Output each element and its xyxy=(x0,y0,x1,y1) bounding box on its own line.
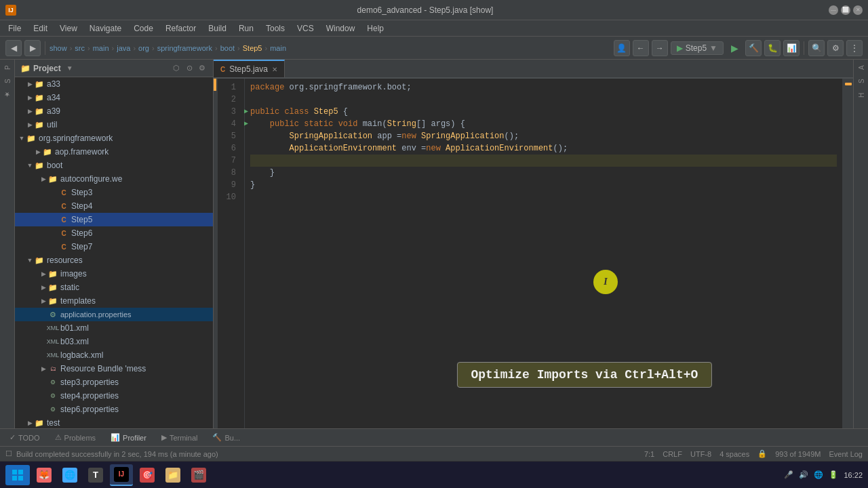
project-tool-icon[interactable]: P xyxy=(2,62,13,73)
tree-item-b03-xml[interactable]: ▶ XML b03.xml xyxy=(15,335,213,348)
minimize-button[interactable]: — xyxy=(829,5,838,15)
tab-step5-java[interactable]: C Step5.java ✕ xyxy=(214,60,285,77)
tree-item-step4-properties[interactable]: ▶ ⚙ step4.properties xyxy=(15,389,213,403)
close-button[interactable]: ✕ xyxy=(853,5,863,15)
tree-item-util[interactable]: ▶ 📁 util xyxy=(15,118,213,131)
tree-item-step4[interactable]: ▶ C Step4 xyxy=(15,199,213,213)
restore-button[interactable]: ⬜ xyxy=(841,5,850,15)
system-icon-mic[interactable]: 🎤 xyxy=(784,470,793,479)
breadcrumb-boot[interactable]: boot xyxy=(220,44,235,52)
build-button[interactable]: 🔨 xyxy=(745,40,762,56)
right-tool-3[interactable]: H xyxy=(856,89,867,100)
tree-item-static[interactable]: ▶ 📁 static xyxy=(15,281,213,294)
menu-file[interactable]: File xyxy=(3,22,26,35)
tree-item-aop-framework[interactable]: ▶ 📁 aop.framework xyxy=(15,145,213,159)
encoding[interactable]: UTF-8 xyxy=(690,450,711,458)
breadcrumb-java[interactable]: java xyxy=(117,44,130,52)
tab-profiler[interactable]: 📊 Profiler xyxy=(104,432,153,443)
run-arrow-3[interactable]: ▶ xyxy=(244,106,248,118)
gear-icon[interactable]: ⚙ xyxy=(197,63,208,74)
tree-item-autoconfigure[interactable]: ▶ 📁 autoconfigure.we xyxy=(15,172,213,186)
tree-item-a33[interactable]: ▶ 📁 a33 xyxy=(15,77,213,91)
tree-item-step7[interactable]: ▶ C Step7 xyxy=(15,240,213,253)
toolbar-right: 👤 ← → ▶ Step5 ▼ ▶ 🔨 🐛 📊 🔍 ⚙ ⋮ xyxy=(614,40,863,56)
scroll-from-source-button[interactable]: ⊙ xyxy=(184,63,195,74)
taskbar-intellij[interactable]: IJ xyxy=(110,464,133,486)
editor-scrollbar[interactable] xyxy=(842,79,853,428)
breadcrumb-main-method[interactable]: main xyxy=(270,44,286,52)
menu-edit[interactable]: Edit xyxy=(28,22,53,35)
tree-item-boot[interactable]: ▼ 📁 boot xyxy=(15,159,213,172)
close-tab-icon[interactable]: ✕ xyxy=(272,66,277,73)
window-controls[interactable]: — ⬜ ✕ xyxy=(829,5,863,15)
menu-window[interactable]: Window xyxy=(321,22,361,35)
taskbar-files[interactable]: 📁 xyxy=(161,464,184,486)
account-button[interactable]: 👤 xyxy=(614,40,630,56)
run-arrow-4[interactable]: ▶ xyxy=(244,118,248,130)
back-button[interactable]: ◀ xyxy=(5,40,22,56)
more-button[interactable]: ⋮ xyxy=(846,40,863,56)
tree-item-images[interactable]: ▶ 📁 images xyxy=(15,267,213,281)
taskbar-powerpoint[interactable]: 🎯 xyxy=(136,464,159,486)
tree-item-step3[interactable]: ▶ C Step3 xyxy=(15,186,213,199)
tree-item-org-springframework[interactable]: ▼ 📁 org.springframework xyxy=(15,131,213,145)
collapse-all-button[interactable]: ⬡ xyxy=(171,63,182,74)
breadcrumb-springframework[interactable]: springframework xyxy=(157,44,212,52)
run-button[interactable]: ▶ xyxy=(726,40,743,56)
menu-refactor[interactable]: Refactor xyxy=(160,22,201,35)
settings-button[interactable]: ⚙ xyxy=(827,40,844,56)
debug-button[interactable]: 🐛 xyxy=(764,40,781,56)
taskbar-t[interactable]: T xyxy=(84,464,107,486)
menu-vcs[interactable]: VCS xyxy=(292,22,319,35)
tree-item-resources[interactable]: ▼ 📁 resources xyxy=(15,253,213,267)
cursor-position[interactable]: 7:1 xyxy=(644,450,654,458)
tree-item-b01-xml[interactable]: ▶ XML b01.xml xyxy=(15,321,213,335)
menu-build[interactable]: Build xyxy=(203,22,232,35)
line-separator[interactable]: CRLF xyxy=(663,450,682,458)
breadcrumb-src[interactable]: src xyxy=(75,44,85,52)
tree-item-step6[interactable]: ▶ C Step6 xyxy=(15,226,213,240)
start-button[interactable] xyxy=(5,465,30,485)
tree-item-step3-properties[interactable]: ▶ ⚙ step3.properties xyxy=(15,375,213,389)
menu-code[interactable]: Code xyxy=(128,22,159,35)
tab-problems[interactable]: ⚠ Problems xyxy=(48,432,102,443)
run-config-dropdown[interactable]: ▶ Step5 ▼ xyxy=(671,41,724,55)
taskbar-browser[interactable]: 🌐 xyxy=(58,464,81,486)
system-icon-speaker[interactable]: 🔊 xyxy=(799,470,808,479)
event-log[interactable]: Event Log xyxy=(829,450,863,458)
menu-run[interactable]: Run xyxy=(233,22,259,35)
menu-help[interactable]: Help xyxy=(361,22,389,35)
favorites-tool-icon[interactable]: ★ xyxy=(2,89,13,100)
tree-item-test[interactable]: ▶ 📁 test xyxy=(15,416,213,428)
coverage-button[interactable]: 📊 xyxy=(783,40,800,56)
tab-terminal[interactable]: ▶ Terminal xyxy=(155,432,205,443)
tree-item-a34[interactable]: ▶ 📁 a34 xyxy=(15,91,213,104)
breadcrumb-show[interactable]: show xyxy=(50,44,67,52)
search-button[interactable]: 🔍 xyxy=(808,40,825,56)
back2-button[interactable]: ← xyxy=(633,40,649,56)
taskbar-firefox[interactable]: 🦊 xyxy=(33,464,56,486)
tab-todo[interactable]: ✓ TODO xyxy=(3,432,47,443)
taskbar-media[interactable]: 🎬 xyxy=(187,464,210,486)
menu-tools[interactable]: Tools xyxy=(260,22,290,35)
forward-button[interactable]: ▶ xyxy=(24,40,41,56)
tree-item-logback-xml[interactable]: ▶ XML logback.xml xyxy=(15,348,213,362)
right-tool-2[interactable]: S xyxy=(856,76,867,87)
structure-tool-icon[interactable]: S xyxy=(2,76,13,87)
indent[interactable]: 4 spaces xyxy=(719,450,749,458)
menu-view[interactable]: View xyxy=(54,22,83,35)
breadcrumb-org[interactable]: org xyxy=(138,44,149,52)
breadcrumb-main[interactable]: main xyxy=(93,44,109,52)
system-icon-battery[interactable]: 🔋 xyxy=(829,470,838,479)
tree-item-a39[interactable]: ▶ 📁 a39 xyxy=(15,104,213,118)
tab-build[interactable]: 🔨 Bu... xyxy=(205,432,247,443)
system-icon-network[interactable]: 🌐 xyxy=(814,470,823,479)
tree-item-application-properties[interactable]: ▶ ⚙ application.properties xyxy=(15,308,213,321)
tree-item-templates[interactable]: ▶ 📁 templates xyxy=(15,294,213,308)
menu-navigate[interactable]: Navigate xyxy=(84,22,127,35)
tree-item-resource-bundle[interactable]: ▶ 🗂 Resource Bundle 'mess xyxy=(15,362,213,375)
tree-item-step5[interactable]: ▶ C Step5 xyxy=(15,213,213,226)
forward2-button[interactable]: → xyxy=(652,40,668,56)
tree-item-step6-properties[interactable]: ▶ ⚙ step6.properties xyxy=(15,403,213,416)
right-tool-1[interactable]: A xyxy=(856,62,867,73)
